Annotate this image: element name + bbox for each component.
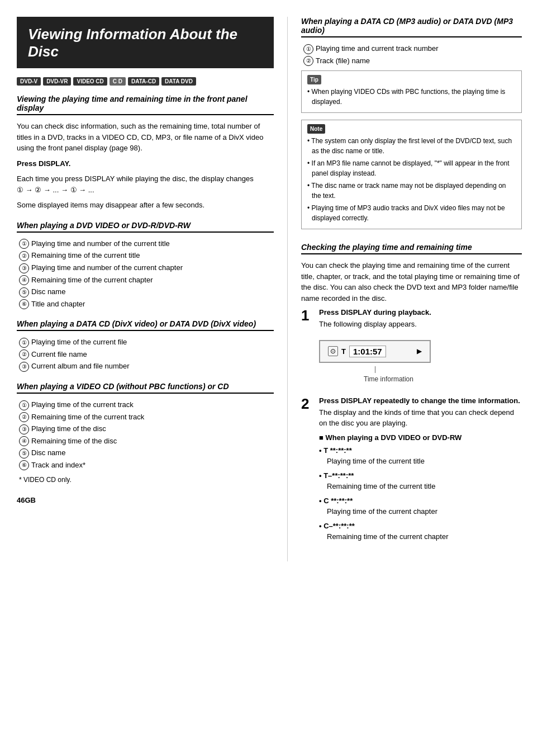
note-item-3: The disc name or track name may not be d…	[307, 181, 516, 201]
format-badges: DVD-V DVD-VR VIDEO CD C D DATA-CD DATA D…	[17, 77, 274, 86]
dvd-items-list: Playing time and number of the current t…	[17, 238, 274, 309]
section1-body: You can check disc information, such as …	[17, 121, 274, 154]
bullet-item-tminus: T–**:**:** Remaining time of the current…	[319, 470, 522, 492]
step-1: 1 Press DISPLAY during playback. The fol…	[301, 308, 522, 389]
note-item-2: If an MP3 file name cannot be displayed,…	[307, 158, 516, 178]
note-item-1: The system can only display the first le…	[307, 136, 516, 156]
step1-content: Press DISPLAY during playback. The follo…	[319, 308, 522, 389]
divx-item-1: Playing time of the current file	[17, 337, 274, 348]
dvd-item-5: Disc name	[17, 286, 274, 297]
badge-cd: C D	[110, 77, 126, 86]
step2-number: 2	[301, 396, 313, 548]
videocd-item-2: Remaining time of the current track	[17, 412, 274, 423]
badge-datacd: DATA-CD	[128, 77, 159, 86]
display-mockup-wrap: ⊙ T 1:01:57 ▶ Time information	[319, 334, 522, 383]
page-title: Viewing Information About the Disc	[28, 26, 263, 60]
dvd-bullet-list: T **:**:** Playing time of the current t…	[319, 445, 522, 542]
page-title-box: Viewing Information About the Disc	[17, 17, 274, 68]
dvd-item-2: Remaining time of the current title	[17, 250, 274, 261]
page-number: 46GB	[17, 496, 274, 504]
badge-datadvd: DATA DVD	[161, 77, 196, 86]
videocd-section: When playing a VIDEO CD (without PBC fun…	[17, 382, 274, 485]
display-inner: ⊙ T 1:01:57 ▶	[328, 346, 422, 357]
step1-title: Press DISPLAY during playback.	[319, 308, 522, 316]
badge-dvdv: DVD-V	[17, 77, 41, 86]
badge-videocd: VIDEO CD	[73, 77, 107, 86]
mp3-section: When playing a DATA CD (MP3 audio) or DA…	[301, 17, 522, 229]
tip-box: Tip When playing VIDEO CDs with PBC func…	[301, 70, 522, 113]
section1-footnote: Some displayed items may disappear after…	[17, 200, 274, 211]
videocd-item-1: Playing time of the current track	[17, 399, 274, 410]
step2-title: Press DISPLAY repeatedly to change the t…	[319, 396, 522, 405]
display-disc-icon: ⊙	[328, 346, 338, 356]
divx-item-2: Current file name	[17, 349, 274, 360]
step-2: 2 Press DISPLAY repeatedly to change the…	[301, 396, 522, 548]
note-header: Note	[307, 124, 325, 134]
dvd-item-1: Playing time and number of the current t…	[17, 238, 274, 249]
display-box: ⊙ T 1:01:57 ▶	[319, 340, 431, 363]
checking-section-title: Checking the playing time and remaining …	[301, 243, 522, 254]
mp3-section-title: When playing a DATA CD (MP3 audio) or DA…	[301, 17, 522, 37]
mp3-items-list: Playing time and current track number Tr…	[301, 43, 522, 66]
step1-number: 1	[301, 308, 313, 389]
checking-intro: You can check the playing time and remai…	[301, 260, 522, 304]
section1-title: Viewing the playing time and remaining t…	[17, 94, 274, 115]
videocd-item-4: Remaining time of the disc	[17, 436, 274, 447]
display-t-label: T	[341, 347, 346, 356]
divx-section-title: When playing a DATA CD (DivX video) or D…	[17, 319, 274, 331]
display-play-arrow: ▶	[417, 347, 422, 355]
tip-item-1: When playing VIDEO CDs with PBC function…	[307, 87, 516, 107]
dvd-item-3: Playing time and number of the current c…	[17, 262, 274, 273]
videocd-section-title: When playing a VIDEO CD (without PBC fun…	[17, 382, 274, 394]
mp3-item-2: Track (file) name	[301, 55, 522, 67]
videocd-item-3: Playing time of the disc	[17, 423, 274, 434]
viewing-playing-time-section: Viewing the playing time and remaining t…	[17, 94, 274, 211]
bullet-item-t: T **:**:** Playing time of the current t…	[319, 445, 522, 467]
bullet-desc-tminus: Remaining time of the current title	[319, 482, 435, 490]
tip-header: Tip	[307, 75, 321, 84]
step2-content: Press DISPLAY repeatedly to change the t…	[319, 396, 522, 548]
badge-dvdvr: DVD-VR	[43, 77, 71, 86]
press-display-body: Each time you press DISPLAY while playin…	[17, 173, 274, 195]
divx-item-3: Current album and file number	[17, 361, 274, 372]
videocd-items-list: Playing time of the current track Remain…	[17, 399, 274, 470]
dvd-section-title: When playing a DVD VIDEO or DVD-R/DVD-RW	[17, 221, 274, 233]
bullet-desc-t: Playing time of the current title	[319, 457, 425, 465]
bullet-desc-c: Playing time of the current chapter	[319, 507, 437, 516]
dvd-item-4: Remaining time of the current chapter	[17, 275, 274, 286]
divx-items-list: Playing time of the current file Current…	[17, 337, 274, 372]
checking-section: Checking the playing time and remaining …	[301, 243, 522, 548]
dvd-subsection: ■ When playing a DVD VIDEO or DVD-RW T *…	[319, 433, 522, 542]
note-list: The system can only display the first le…	[307, 136, 516, 223]
dvd-item-6: Title and chapter	[17, 299, 274, 310]
videocd-footnote: * VIDEO CD only.	[19, 475, 274, 485]
bullet-item-cminus: C–**:**:** Remaining time of the current…	[319, 521, 522, 542]
mp3-item-1: Playing time and current track number	[301, 43, 522, 54]
right-column: When playing a DATA CD (MP3 audio) or DA…	[287, 17, 522, 561]
note-item-4: Playing time of MP3 audio tracks and Div…	[307, 203, 516, 223]
note-box: Note The system can only display the fir…	[301, 120, 522, 229]
left-column: Viewing Information About the Disc DVD-V…	[17, 17, 274, 561]
dvd-video-section: When playing a DVD VIDEO or DVD-R/DVD-RW…	[17, 221, 274, 309]
press-display-label: Press DISPLAY.	[17, 159, 70, 168]
tip-list: When playing VIDEO CDs with PBC function…	[307, 87, 516, 107]
bullet-desc-cminus: Remaining time of the current chapter	[319, 532, 449, 541]
divx-section: When playing a DATA CD (DivX video) or D…	[17, 319, 274, 372]
videocd-item-6: Track and index*	[17, 460, 274, 471]
display-time: 1:01:57	[349, 346, 386, 357]
dvd-subsection-title: ■ When playing a DVD VIDEO or DVD-RW	[319, 433, 522, 442]
step1-body: The following display appears.	[319, 319, 522, 330]
videocd-item-5: Disc name	[17, 447, 274, 459]
display-caption: Time information	[353, 375, 522, 383]
bullet-item-c: C **:**:** Playing time of the current c…	[319, 495, 522, 517]
step2-body: The display and the kinds of time that y…	[319, 407, 522, 429]
